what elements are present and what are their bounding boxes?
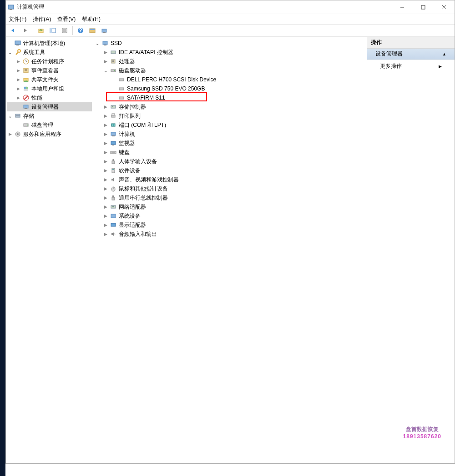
forward-button[interactable]	[20, 25, 30, 35]
disk-icon	[118, 76, 125, 83]
show-hide-tree-button[interactable]	[47, 25, 58, 35]
menu-action[interactable]: 操作(A)	[33, 15, 51, 23]
audio-io-icon	[110, 230, 117, 238]
svg-rect-77	[111, 214, 116, 218]
dev-disk-2[interactable]: Samsung SSD 750 EVO 250GB	[94, 84, 366, 93]
dev-system-dev[interactable]: ▶系统设备	[94, 211, 366, 220]
dev-disk-drives[interactable]: ⌄磁盘驱动器	[94, 66, 366, 75]
expand-icon[interactable]: ▶	[102, 140, 109, 146]
leaf-icon	[111, 95, 117, 101]
tree-shared-folders[interactable]: ▶共享文件夹	[7, 75, 92, 84]
dev-display[interactable]: ▶显示适配器	[94, 220, 366, 230]
actions-more[interactable]: 更多操作 ▶	[367, 60, 455, 73]
actions-more-label: 更多操作	[380, 62, 402, 70]
dev-ports[interactable]: ▶端口 (COM 和 LPT)	[94, 120, 366, 130]
tree-task-scheduler[interactable]: ▶任务计划程序	[7, 57, 92, 66]
tree-local-users[interactable]: ▶本地用户和组	[7, 84, 92, 93]
tree-system-tools[interactable]: ⌄系统工具	[7, 48, 92, 57]
back-button[interactable]	[8, 25, 19, 35]
svg-point-41	[27, 125, 28, 125]
dev-disk-3[interactable]: SATAFIRM S11	[94, 93, 366, 102]
expand-icon[interactable]: ▶	[102, 231, 109, 237]
toolbar-btn-b[interactable]	[99, 25, 110, 35]
expand-icon[interactable]: ▶	[102, 176, 109, 183]
toolbar-btn-a[interactable]	[87, 25, 98, 35]
expand-icon[interactable]: ▶	[102, 58, 109, 65]
tree-device-manager[interactable]: 设备管理器	[7, 102, 92, 111]
expand-icon[interactable]: ▶	[15, 95, 21, 101]
expand-icon[interactable]: ▶	[15, 67, 21, 74]
menu-view[interactable]: 查看(V)	[57, 15, 76, 23]
help-button[interactable]: ?	[75, 25, 86, 35]
dev-monitors[interactable]: ▶监视器	[94, 139, 366, 148]
svg-rect-64	[112, 145, 114, 145]
network-icon	[110, 203, 117, 210]
dev-storage-ctrl[interactable]: ▶存储控制器	[94, 102, 366, 111]
expand-icon[interactable]: ▶	[15, 76, 21, 83]
expand-icon[interactable]: ▶	[102, 149, 109, 155]
expand-icon[interactable]: ▶	[102, 104, 109, 110]
expand-icon[interactable]: ▶	[102, 131, 109, 137]
window-title: 计算机管理	[16, 3, 392, 11]
dev-hid[interactable]: ▶人体学输入设备	[94, 157, 366, 166]
dev-print-queues[interactable]: ▶打印队列	[94, 111, 366, 120]
dev-network[interactable]: ▶网络适配器	[94, 202, 366, 211]
dev-root[interactable]: ⌄SSD	[94, 39, 366, 48]
svg-rect-20	[16, 45, 19, 45]
body: 计算机管理(本地) ⌄系统工具 ▶任务计划程序 ▶事件查看器 ▶共享文件夹 ▶本…	[6, 37, 455, 463]
computer-management-window: 计算机管理 文件(F) 操作(A) 查看(V) 帮助(H) ? 计算机管理	[5, 0, 455, 464]
tree-storage[interactable]: ⌄存储	[7, 111, 92, 120]
expand-icon[interactable]: ▶	[102, 195, 109, 201]
hid-icon	[110, 158, 117, 165]
dev-ide[interactable]: ▶IDE ATA/ATAPI 控制器	[94, 48, 366, 57]
window-controls	[392, 0, 455, 14]
collapse-icon[interactable]: ⌄	[7, 49, 13, 55]
dev-mice[interactable]: ▶鼠标和其他指针设备	[94, 184, 366, 193]
menu-help[interactable]: 帮助(H)	[82, 15, 101, 23]
system-icon	[110, 212, 117, 220]
properties-button[interactable]	[59, 25, 70, 35]
collapse-icon[interactable]: ⌄	[94, 40, 101, 46]
expand-icon	[7, 40, 13, 46]
expand-icon[interactable]: ▶	[102, 185, 109, 192]
tree-performance[interactable]: ▶性能	[7, 93, 92, 102]
maximize-button[interactable]	[413, 0, 434, 14]
dev-cpu[interactable]: ▶处理器	[94, 57, 366, 66]
collapse-icon[interactable]: ⌄	[102, 67, 109, 74]
expand-icon[interactable]: ▶	[102, 213, 109, 219]
dev-sound[interactable]: ▶声音、视频和游戏控制器	[94, 175, 366, 184]
expand-icon[interactable]: ▶	[15, 85, 21, 92]
expand-icon[interactable]: ▶	[102, 49, 109, 55]
close-button[interactable]	[434, 0, 455, 14]
expand-icon[interactable]: ▶	[102, 222, 109, 228]
expand-icon[interactable]: ▶	[102, 113, 109, 119]
expand-icon[interactable]: ▶	[7, 131, 13, 137]
sound-icon	[110, 176, 117, 183]
dev-keyboards[interactable]: ▶键盘	[94, 148, 366, 157]
minimize-button[interactable]	[392, 0, 413, 14]
tree-services-apps[interactable]: ▶服务和应用程序	[7, 130, 92, 139]
left-tree-pane[interactable]: 计算机管理(本地) ⌄系统工具 ▶任务计划程序 ▶事件查看器 ▶共享文件夹 ▶本…	[6, 37, 93, 463]
dev-audio-io[interactable]: ▶音频输入和输出	[94, 230, 366, 239]
actions-section[interactable]: 设备管理器 ▲	[367, 49, 455, 60]
expand-icon[interactable]: ▶	[102, 167, 109, 174]
dev-disk-1[interactable]: DELL PERC H700 SCSI Disk Device	[94, 75, 366, 84]
collapse-icon[interactable]: ⌄	[7, 113, 13, 119]
tree-disk-mgmt[interactable]: 磁盘管理	[7, 120, 92, 130]
expand-icon[interactable]: ▶	[15, 58, 21, 65]
dev-software-dev[interactable]: ▶软件设备	[94, 166, 366, 175]
menu-file[interactable]: 文件(F)	[9, 15, 26, 23]
expand-icon[interactable]: ▶	[102, 122, 109, 128]
svg-rect-16	[90, 29, 95, 30]
dev-computer[interactable]: ▶计算机	[94, 130, 366, 139]
expand-icon[interactable]: ▶	[102, 158, 109, 165]
expand-icon[interactable]: ▶	[102, 204, 109, 210]
up-button[interactable]	[35, 25, 46, 35]
watermark: 盘首数据恢复 18913587620	[403, 426, 441, 440]
tree-event-viewer[interactable]: ▶事件查看器	[7, 66, 92, 75]
tree-root-computer-mgmt[interactable]: 计算机管理(本地)	[7, 39, 92, 48]
svg-rect-51	[119, 79, 124, 81]
dev-usb[interactable]: ▶通用串行总线控制器	[94, 193, 366, 202]
device-tree-pane[interactable]: ⌄SSD ▶IDE ATA/ATAPI 控制器 ▶处理器 ⌄磁盘驱动器 DELL…	[93, 37, 367, 463]
leaf-icon	[111, 76, 117, 83]
